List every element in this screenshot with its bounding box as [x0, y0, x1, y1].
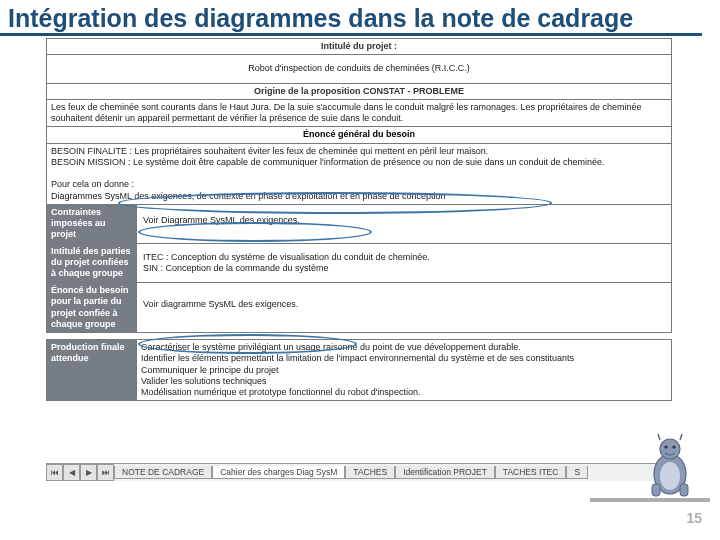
text-line: BESOIN FINALITE : Les propriétaires souh…: [51, 146, 488, 156]
cell-enonce-partie: Voir diagramme SysML des exigences.: [137, 283, 672, 333]
text-line: BESOIN MISSION : Le système doit être ca…: [51, 157, 605, 167]
text-line: Identifier les éléments permettant la li…: [141, 353, 574, 363]
sheet-tab-bar: ⏮ ◀ ▶ ⏭ NOTE DE CADRAGE Cahier des charg…: [46, 463, 672, 481]
embedded-document: Intitulé du projet : Robot d'inspection …: [46, 38, 672, 478]
tab-taches-itec[interactable]: TACHES ITEC: [495, 466, 567, 479]
page-number: 15: [686, 510, 702, 526]
tab-cahier-charges[interactable]: Cahier des charges Diag SysM: [212, 466, 345, 479]
text-line: Communiquer le principe du projet: [141, 365, 279, 375]
label-parties: Intitulé des parties du projet confiées …: [47, 243, 137, 283]
label-contraintes: Contraintes imposées au projet: [47, 204, 137, 243]
cell-intitule: Robot d'inspection de conduits de chemin…: [47, 55, 672, 83]
tab-nav-prev[interactable]: ◀: [63, 464, 80, 481]
text-line: ITEC : Conception du système de visualis…: [143, 252, 430, 262]
cell-contraintes: Voir Diagramme SysML des exigences.: [137, 204, 672, 243]
svg-rect-6: [680, 484, 688, 496]
tab-nav-last[interactable]: ⏭: [97, 464, 114, 481]
text-line: Diagrammes SysML des exigences, de conte…: [51, 191, 446, 201]
tab-ident-projet[interactable]: Identification PROJET: [395, 466, 495, 479]
text-line: Modélisation numérique et prototype fonc…: [141, 387, 420, 397]
tab-note-cadrage[interactable]: NOTE DE CADRAGE: [114, 466, 212, 479]
cell-enonce: BESOIN FINALITE : Les propriétaires souh…: [47, 143, 672, 204]
text-line: Valider les solutions techniques: [141, 376, 266, 386]
cell-parties: ITEC : Conception du système de visualis…: [137, 243, 672, 283]
cell-origine: Les feux de cheminée sont courants dans …: [47, 99, 672, 127]
cell-production: Caractériser le système privilégiant un …: [137, 340, 672, 401]
svg-rect-5: [652, 484, 660, 496]
label-enonce-partie: Énoncé du besoin pour la partie du proje…: [47, 283, 137, 333]
tab-nav-next[interactable]: ▶: [80, 464, 97, 481]
text-line: Caractériser le système privilégiant un …: [141, 342, 521, 352]
header-enonce: Énoncé général du besoin: [47, 127, 672, 143]
text-line: Pour cela on donne :: [51, 179, 134, 189]
footer-accent-line: [590, 498, 710, 502]
svg-point-4: [672, 445, 675, 448]
tab-extra[interactable]: S: [566, 466, 588, 479]
cadrage-table: Intitulé du projet : Robot d'inspection …: [46, 38, 672, 401]
header-intitule: Intitulé du projet :: [47, 39, 672, 55]
text-line: SIN : Conception de la commande du systè…: [143, 263, 329, 273]
slide-title: Intégration des diagrammes dans la note …: [0, 0, 702, 36]
tab-nav-first[interactable]: ⏮: [46, 464, 63, 481]
header-origine: Origine de la proposition CONSTAT - PROB…: [47, 83, 672, 99]
tab-taches[interactable]: TACHES: [345, 466, 395, 479]
label-production: Production finale attendue: [47, 340, 137, 401]
